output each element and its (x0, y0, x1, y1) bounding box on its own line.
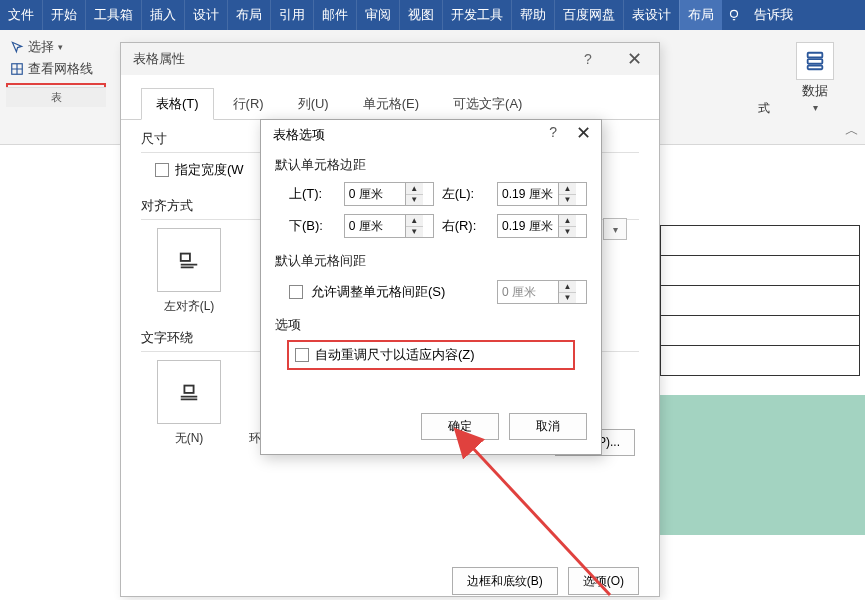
dialog-titlebar: 表格属性 ? ✕ (121, 43, 659, 75)
select-dropdown[interactable]: 选择 ▾ (6, 36, 106, 58)
auto-resize-row: 自动重调尺寸以适应内容(Z) (287, 340, 575, 370)
options-section-label: 选项 (275, 316, 587, 334)
tab-file[interactable]: 文件 (0, 0, 42, 30)
spin-up-icon[interactable]: ▲ (559, 281, 576, 293)
close-button[interactable]: ✕ (576, 122, 591, 144)
tab-toolbox[interactable]: 工具箱 (85, 0, 141, 30)
tab-layout1[interactable]: 布局 (227, 0, 270, 30)
tab-references[interactable]: 引用 (270, 0, 313, 30)
data-label: 数据▾ (775, 82, 855, 114)
collapse-ribbon-icon[interactable]: ︿ (845, 122, 859, 140)
group-label-table: 表 (6, 87, 106, 107)
help-button[interactable]: ? (573, 43, 603, 75)
tab-table[interactable]: 表格(T) (141, 88, 214, 120)
table-options-dialog: 表格选项 ? ✕ 默认单元格边距 上(T): ▲▼ 左(L): ▲▼ 下(B):… (260, 119, 602, 455)
chevron-down-icon: ▾ (813, 102, 818, 113)
tab-baidu[interactable]: 百度网盘 (554, 0, 623, 30)
dialog-bottom-buttons: 边框和底纹(B) 选项(O) (141, 567, 639, 595)
ribbon-tabs: 文件 开始 工具箱 插入 设计 布局 引用 邮件 审阅 视图 开发工具 帮助 百… (0, 0, 865, 30)
tell-me[interactable]: 告诉我 (746, 0, 801, 30)
spin-down-icon[interactable]: ▼ (406, 195, 423, 206)
right-label: 右(R): (442, 217, 489, 235)
left-spinner[interactable]: ▲▼ (497, 182, 587, 206)
spin-down-icon[interactable]: ▼ (559, 227, 576, 238)
measure-unit-dropdown[interactable]: ▾ (603, 218, 627, 240)
allow-spacing-checkbox[interactable] (289, 285, 303, 299)
align-left-option[interactable]: 左对齐(L) (155, 228, 223, 315)
svg-rect-5 (808, 66, 823, 70)
lightbulb-icon[interactable] (722, 0, 746, 30)
align-left-label: 左对齐(L) (155, 298, 223, 315)
right-spinner[interactable]: ▲▼ (497, 214, 587, 238)
svg-rect-6 (181, 254, 190, 261)
view-gridlines-label: 查看网格线 (28, 60, 93, 78)
table-row (661, 226, 860, 256)
wrap-none-label: 无(N) (155, 430, 223, 447)
spin-up-icon[interactable]: ▲ (406, 183, 423, 195)
ok-button[interactable]: 确定 (421, 413, 499, 440)
top-label: 上(T): (289, 185, 336, 203)
spacing-input[interactable] (498, 281, 558, 303)
wrap-none-option[interactable]: 无(N) (155, 360, 223, 447)
tab-column[interactable]: 列(U) (283, 88, 344, 120)
cursor-icon (10, 40, 24, 54)
bottom-input[interactable] (345, 215, 405, 237)
auto-resize-checkbox[interactable] (295, 348, 309, 362)
left-input[interactable] (498, 183, 558, 205)
spin-down-icon[interactable]: ▼ (406, 227, 423, 238)
options-button[interactable]: 选项(O) (568, 567, 639, 595)
tab-review[interactable]: 审阅 (356, 0, 399, 30)
style-partial-label: 式 (758, 100, 770, 117)
svg-point-0 (731, 10, 738, 17)
specify-width-checkbox[interactable] (155, 163, 169, 177)
tab-cell[interactable]: 单元格(E) (348, 88, 434, 120)
bottom-label: 下(B): (289, 217, 336, 235)
bottom-spinner[interactable]: ▲▼ (344, 214, 434, 238)
svg-rect-7 (184, 386, 193, 393)
select-label: 选择 (28, 38, 54, 56)
dialog2-titlebar: 表格选项 ? ✕ (261, 120, 601, 150)
allow-spacing-label: 允许调整单元格间距(S) (311, 283, 445, 301)
svg-rect-4 (808, 59, 823, 64)
tab-home[interactable]: 开始 (42, 0, 85, 30)
spin-up-icon[interactable]: ▲ (559, 183, 576, 195)
tab-help[interactable]: 帮助 (511, 0, 554, 30)
spin-up-icon[interactable]: ▲ (406, 215, 423, 227)
borders-shading-button[interactable]: 边框和底纹(B) (452, 567, 558, 595)
tab-insert[interactable]: 插入 (141, 0, 184, 30)
grid-icon (10, 62, 24, 76)
svg-rect-3 (808, 53, 823, 58)
table-row (661, 316, 860, 346)
tab-layout2[interactable]: 布局 (679, 0, 722, 30)
spin-up-icon[interactable]: ▲ (559, 215, 576, 227)
tab-alttext[interactable]: 可选文字(A) (438, 88, 537, 120)
cancel-button[interactable]: 取消 (509, 413, 587, 440)
tab-row[interactable]: 行(R) (218, 88, 279, 120)
tab-design[interactable]: 设计 (184, 0, 227, 30)
right-input[interactable] (498, 215, 558, 237)
data-button[interactable] (796, 42, 834, 80)
default-spacing-label: 默认单元格间距 (275, 252, 587, 270)
left-label: 左(L): (442, 185, 489, 203)
tab-devtools[interactable]: 开发工具 (442, 0, 511, 30)
specify-width-label: 指定宽度(W (175, 161, 244, 179)
top-input[interactable] (345, 183, 405, 205)
spin-down-icon[interactable]: ▼ (559, 195, 576, 206)
chevron-down-icon: ▾ (58, 42, 63, 52)
view-gridlines-button[interactable]: 查看网格线 (6, 58, 106, 80)
spacing-spinner[interactable]: ▲▼ (497, 280, 587, 304)
close-button[interactable]: ✕ (619, 43, 649, 75)
dialog2-title: 表格选项 (273, 126, 325, 144)
ribbon-group-data: 数据▾ (775, 42, 855, 114)
tab-mail[interactable]: 邮件 (313, 0, 356, 30)
help-button[interactable]: ? (549, 124, 557, 140)
wrap-none-icon (178, 381, 200, 403)
table-row (661, 256, 860, 286)
top-spinner[interactable]: ▲▼ (344, 182, 434, 206)
spin-down-icon[interactable]: ▼ (559, 293, 576, 304)
tab-tabledesign[interactable]: 表设计 (623, 0, 679, 30)
tab-view[interactable]: 视图 (399, 0, 442, 30)
table[interactable] (660, 225, 860, 376)
dialog-tabs: 表格(T) 行(R) 列(U) 单元格(E) 可选文字(A) (121, 75, 659, 120)
table-row (661, 286, 860, 316)
